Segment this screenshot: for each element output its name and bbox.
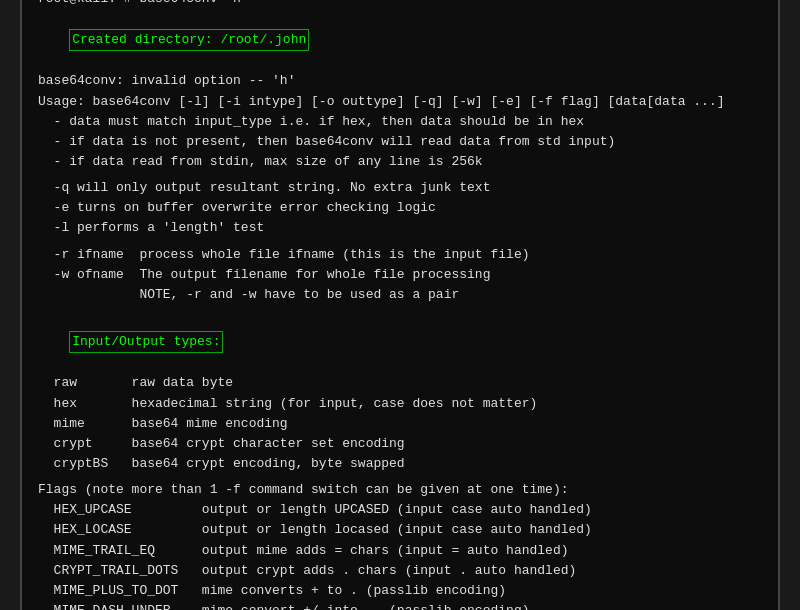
terminal-line-25: HEX_UPCASE output or length UPCASED (inp… xyxy=(38,500,762,520)
terminal-line-2: Created directory: /root/.john xyxy=(38,9,762,71)
terminal-line-20: mime base64 mime encoding xyxy=(38,414,762,434)
terminal-line-24: Flags (note more than 1 -f command switc… xyxy=(38,480,762,500)
terminal-line-15: NOTE, -r and -w have to be used as a pai… xyxy=(38,285,762,305)
terminal-line-27: MIME_TRAIL_EQ output mime adds = chars (… xyxy=(38,541,762,561)
terminal-line-30: MIME_DASH_UNDER mime convert +/ into -_ … xyxy=(38,601,762,610)
highlighted-directory: Created directory: /root/.john xyxy=(69,29,309,51)
terminal-line-13: -r ifname process whole file ifname (thi… xyxy=(38,245,762,265)
terminal-line-17: Input/Output types: xyxy=(38,311,762,373)
terminal-line-1: root@kali:~# base64conv -h xyxy=(38,0,762,9)
terminal-line-28: CRYPT_TRAIL_DOTS output crypt adds . cha… xyxy=(38,561,762,581)
terminal-line-21: crypt base64 crypt character set encodin… xyxy=(38,434,762,454)
terminal-line-22: cryptBS base64 crypt encoding, byte swap… xyxy=(38,454,762,474)
terminal-line-7: - if data read from stdin, max size of a… xyxy=(38,152,762,172)
terminal-line-29: MIME_PLUS_TO_DOT mime converts + to . (p… xyxy=(38,581,762,601)
terminal-line-18: raw raw data byte xyxy=(38,373,762,393)
terminal-line-4: Usage: base64conv [-l] [-i intype] [-o o… xyxy=(38,92,762,112)
terminal-line-3: base64conv: invalid option -- 'h' xyxy=(38,71,762,91)
terminal-line-19: hex hexadecimal string (for input, case … xyxy=(38,394,762,414)
highlighted-io-types: Input/Output types: xyxy=(69,331,223,353)
terminal-line-10: -e turns on buffer overwrite error check… xyxy=(38,198,762,218)
terminal-line-26: HEX_LOCASE output or length locased (inp… xyxy=(38,520,762,540)
terminal-line-6: - if data is not present, then base64con… xyxy=(38,132,762,152)
terminal: root@kali:~# base64conv -h Created direc… xyxy=(20,0,780,610)
terminal-line-14: -w ofname The output filename for whole … xyxy=(38,265,762,285)
terminal-line-9: -q will only output resultant string. No… xyxy=(38,178,762,198)
terminal-line-5: - data must match input_type i.e. if hex… xyxy=(38,112,762,132)
terminal-line-11: -l performs a 'length' test xyxy=(38,218,762,238)
